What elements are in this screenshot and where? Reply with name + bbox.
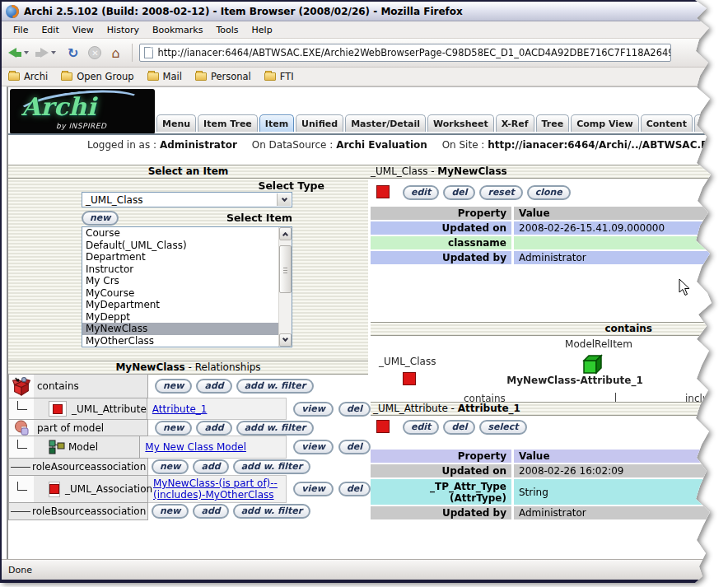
- type-select-value: _UML_Class: [86, 194, 142, 206]
- tab-unified[interactable]: Unified: [296, 114, 343, 132]
- add-button[interactable]: add: [196, 421, 231, 436]
- new-button[interactable]: new: [152, 504, 189, 519]
- url-bar[interactable]: http://ianacer:6464/ABTWSAC.EXE/Archie2W…: [139, 44, 671, 62]
- edit-button[interactable]: edit: [403, 185, 439, 200]
- tab-comp-view[interactable]: Comp View: [571, 114, 639, 132]
- reload-icon[interactable]: ↻: [68, 45, 78, 61]
- tab-tree[interactable]: Tree: [536, 114, 570, 132]
- window-border: [0, 0, 2, 583]
- list-item[interactable]: MyOtherClass: [82, 335, 278, 347]
- edit-button[interactable]: edit: [403, 420, 439, 435]
- select-panel-title: Select an Item: [8, 165, 368, 178]
- folder-icon: [147, 72, 159, 81]
- list-item[interactable]: Default(_UML_Class): [82, 240, 278, 252]
- list-item[interactable]: MyDepartment: [82, 299, 278, 311]
- del-button[interactable]: del: [443, 420, 475, 435]
- scroll-thumb[interactable]: [279, 245, 292, 293]
- view-button[interactable]: view: [293, 440, 334, 454]
- add-with-filter-button[interactable]: add w. filter: [233, 504, 311, 519]
- stop-icon[interactable]: ✕: [88, 46, 101, 59]
- relationship-item-name[interactable]: MyNewClass-Attribute_1: [472, 375, 678, 386]
- item-listbox[interactable]: Course Default(_UML_Class) Department In…: [82, 226, 292, 347]
- list-item-selected[interactable]: MyNewClass: [82, 323, 278, 335]
- combo-dropdown-button[interactable]: [277, 193, 291, 206]
- new-item-button[interactable]: new: [82, 211, 119, 226]
- tab-master-detail[interactable]: Master/Detail: [345, 114, 426, 132]
- bookmark-mail[interactable]: Mail: [147, 71, 182, 82]
- uml-class-label: _UML_Class: [379, 356, 436, 367]
- toolbar-separator: [132, 44, 133, 62]
- new-button[interactable]: new: [155, 421, 192, 436]
- menu-file[interactable]: File: [7, 22, 35, 38]
- bookmarks-toolbar: Archi Open Group Mail Personal FTI: [2, 68, 728, 86]
- home-icon[interactable]: ⌂: [111, 45, 119, 61]
- diagram-edge-label-right: includ: [685, 393, 726, 402]
- menu-edit[interactable]: Edit: [35, 22, 65, 38]
- forward-dropdown-icon[interactable]: [51, 51, 56, 54]
- clone-button[interactable]: clone: [527, 185, 571, 200]
- model-rel-item-icon[interactable]: [580, 352, 604, 377]
- forward-button[interactable]: [35, 48, 59, 58]
- add-with-filter-button[interactable]: add w. filter: [236, 421, 315, 436]
- menu-help[interactable]: Help: [245, 22, 279, 38]
- bookmark-personal[interactable]: Personal: [195, 71, 251, 82]
- del-button[interactable]: del: [338, 440, 371, 454]
- tab-item-tree[interactable]: Item Tree: [198, 114, 258, 132]
- bookmark-fti[interactable]: FTI: [264, 71, 294, 82]
- rel-row-uml-attribute: _UML_Attribute Attribute_1 view del: [8, 398, 371, 420]
- list-scrollbar[interactable]: [278, 227, 292, 347]
- new-button[interactable]: new: [152, 459, 189, 474]
- del-button[interactable]: del: [338, 482, 371, 496]
- bookmark-archi[interactable]: Archi: [8, 71, 48, 82]
- list-item[interactable]: MyCourse: [82, 287, 278, 300]
- list-item[interactable]: MyDeppt: [82, 311, 278, 324]
- list-item[interactable]: Course: [82, 227, 278, 240]
- bookmark-open-group[interactable]: Open Group: [61, 71, 133, 82]
- view-button[interactable]: view: [293, 482, 334, 496]
- back-dropdown-icon[interactable]: [24, 51, 29, 54]
- del-button[interactable]: del: [443, 185, 475, 200]
- add-button[interactable]: add: [193, 504, 228, 519]
- tree-line: [11, 467, 30, 468]
- association-link[interactable]: MyNewClass-(is part of)--(includes)-MyOt…: [153, 478, 281, 501]
- attribute-property-table: Property Value Updated on 2008-02-26 16:…: [371, 450, 716, 521]
- tab-worksheet[interactable]: Worksheet: [427, 114, 494, 132]
- tab-graphical[interactable]: Graphical: [694, 114, 728, 132]
- tree-connector: [17, 482, 27, 491]
- title-bar[interactable]: Archi 2.5.102 (Build: 2008-02-12) - Item…: [2, 2, 728, 21]
- tab-x-ref[interactable]: X-Ref: [496, 114, 534, 132]
- list-item[interactable]: My Crs: [82, 275, 278, 287]
- tab-menu[interactable]: Menu: [156, 114, 196, 132]
- tab-underline: [8, 133, 728, 135]
- select-button[interactable]: select: [479, 420, 526, 435]
- menu-bookmarks[interactable]: Bookmarks: [146, 22, 209, 38]
- add-button[interactable]: add: [196, 379, 231, 394]
- tab-content[interactable]: Content: [641, 114, 693, 132]
- type-select[interactable]: _UML_Class: [82, 192, 292, 207]
- mouse-cursor: [679, 278, 690, 296]
- list-item[interactable]: Instructor: [82, 263, 278, 276]
- datasource-value: Archi Evaluation: [336, 139, 427, 151]
- add-with-filter-button[interactable]: add w. filter: [233, 459, 311, 474]
- add-with-filter-button[interactable]: add w. filter: [236, 379, 315, 394]
- menu-history[interactable]: History: [100, 22, 146, 38]
- window-border: [0, 580, 728, 583]
- back-button[interactable]: [8, 48, 32, 58]
- list-item[interactable]: Department: [82, 251, 278, 263]
- scroll-down-button[interactable]: [279, 333, 292, 347]
- view-button[interactable]: view: [293, 402, 334, 417]
- scroll-up-button[interactable]: [279, 227, 292, 240]
- table-header-row: Property Value: [371, 207, 716, 220]
- menu-view[interactable]: View: [66, 22, 100, 38]
- url-text[interactable]: http://ianacer:6464/ABTWSAC.EXE/Archie2W…: [158, 47, 671, 58]
- attribute-link[interactable]: Attribute_1: [152, 403, 208, 415]
- tab-item[interactable]: Item: [259, 114, 294, 132]
- red-square-icon: [53, 404, 63, 414]
- del-button[interactable]: del: [338, 402, 371, 417]
- menu-tools[interactable]: Tools: [209, 22, 245, 38]
- add-button[interactable]: add: [193, 459, 228, 474]
- model-link[interactable]: My New Class Model: [145, 441, 246, 453]
- new-button[interactable]: new: [155, 379, 192, 394]
- reset-button[interactable]: reset: [479, 185, 522, 200]
- uml-class-icon[interactable]: [403, 372, 416, 385]
